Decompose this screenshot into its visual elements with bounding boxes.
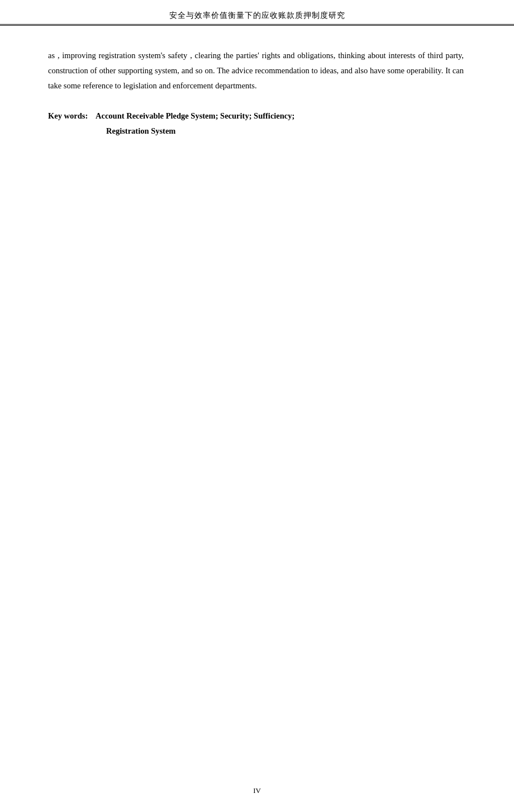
page: 安全与效率价值衡量下的应收账款质押制度研究 as , improving reg… <box>0 0 514 812</box>
page-number: IV <box>253 786 261 795</box>
keywords-label: Key words: <box>48 111 88 120</box>
keywords-row-2: Registration System <box>48 124 464 139</box>
keywords-section: Key words: Account Receivable Pledge Sys… <box>48 108 464 139</box>
content-area: as , improving registration system's saf… <box>0 26 514 172</box>
body-paragraph: as , improving registration system's saf… <box>48 48 464 93</box>
page-header: 安全与效率价值衡量下的应收账款质押制度研究 <box>0 0 514 26</box>
header-title: 安全与效率价值衡量下的应收账款质押制度研究 <box>169 11 345 20</box>
keywords-row-1: Key words: Account Receivable Pledge Sys… <box>48 108 464 124</box>
keywords-line1: Account Receivable Pledge System; Securi… <box>96 111 294 120</box>
